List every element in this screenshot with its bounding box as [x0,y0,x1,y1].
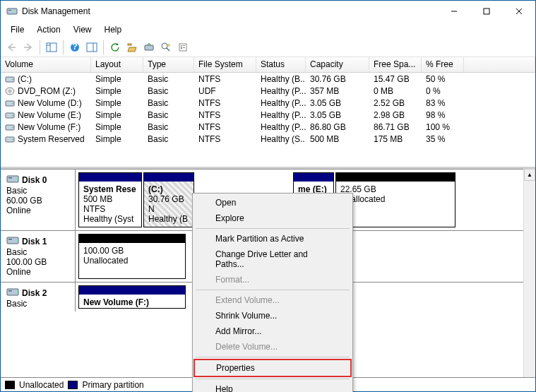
disk-info[interactable]: Disk 0Basic60.00 GBOnline [1,170,76,230]
drive-icon [5,87,15,95]
disk-name: Disk 2 [22,288,47,298]
partition[interactable]: 22.65 GBUnallocated [335,172,455,227]
volume-row[interactable]: (C:)SimpleBasicNTFSHealthy (B...30.76 GB… [1,73,535,85]
list-header: Volume Layout Type File System Status Ca… [1,57,535,73]
ctx-change-letter[interactable]: Change Drive Letter and Paths... [194,247,351,272]
scroll-up-button[interactable]: ▲ [524,169,535,181]
disk-size: 60.00 GB [6,196,69,206]
ctx-delete[interactable]: Delete Volume... [194,339,351,355]
svg-rect-7 [47,43,56,52]
volume-name: DVD_ROM (Z:) [18,86,76,96]
col-capacity[interactable]: Capacity [306,57,369,72]
ctx-shrink[interactable]: Shrink Volume... [194,308,351,323]
svg-rect-22 [183,45,185,46]
disk-type: Basic [6,299,69,309]
legend-swatch-unallocated [5,381,15,389]
partition-line2: 30.76 GB N [148,194,189,214]
col-pctfree[interactable]: % Free [422,57,464,72]
svg-text:?: ? [72,42,77,52]
drive-icon [5,99,15,107]
volume-name: (C:) [18,74,32,84]
toolbar: ? [1,37,535,57]
col-free[interactable]: Free Spa... [369,57,422,72]
ctx-format[interactable]: Format... [194,272,351,287]
context-menu: Open Explore Mark Partition as Active Ch… [192,193,353,392]
volume-row[interactable]: New Volume (D:)SimpleBasicNTFSHealthy (P… [1,97,535,109]
partition[interactable]: System Rese500 MB NTFSHealthy (Syst [78,172,142,227]
ctx-extend[interactable]: Extend Volume... [194,292,351,308]
drive-icon [5,75,15,83]
find-icon[interactable] [158,40,174,55]
maximize-button[interactable] [470,1,503,22]
settings-icon[interactable] [141,40,157,55]
forward-button[interactable] [20,40,36,55]
col-type[interactable]: Type [143,57,194,72]
disk-size: 100.00 GB [6,257,69,267]
properties-icon[interactable] [175,40,191,55]
svg-line-17 [167,48,169,51]
window-title: Disk Management [22,6,438,16]
svg-point-41 [16,240,17,242]
volume-row[interactable]: System ReservedSimpleBasicNTFSHealthy (S… [1,133,535,145]
partition[interactable]: (C:)30.76 GB NHealthy (B [143,172,194,227]
drive-icon [5,111,15,119]
svg-rect-43 [8,290,12,292]
partition-line3: Healthy (B [148,214,189,224]
svg-rect-40 [8,239,12,240]
disk-info[interactable]: Disk 2Basic [1,283,76,311]
back-button[interactable] [4,40,19,55]
partition-title: System Rese [83,184,137,194]
titlebar: Disk Management [1,1,535,22]
volume-name: System Reserved [18,134,85,144]
disk-icon [6,235,19,247]
scrollbar[interactable]: ▲ [523,169,535,377]
ctx-mark-active[interactable]: Mark Partition as Active [194,231,351,247]
svg-point-27 [9,90,11,91]
disk-info[interactable]: Disk 1Basic100.00 GBOnline [1,231,76,282]
volume-row[interactable]: New Volume (E:)SimpleBasicNTFSHealthy (P… [1,109,535,121]
show-hide-action-pane-button[interactable] [84,40,100,55]
partition[interactable]: New Volume (F:) [78,285,186,309]
show-hide-console-tree-button[interactable] [44,40,59,55]
svg-point-2 [14,11,16,12]
partition-line2: 100.00 GB [83,246,181,256]
volume-name: New Volume (F:) [18,122,81,132]
volume-name: New Volume (D:) [18,98,82,108]
ctx-add-mirror[interactable]: Add Mirror... [194,323,351,339]
menu-file[interactable]: File [5,23,30,36]
col-status[interactable]: Status [256,57,306,72]
ctx-explore[interactable]: Explore [194,210,351,226]
partition-line2: 22.65 GB [340,184,451,194]
ctx-open[interactable]: Open [194,195,351,210]
svg-point-44 [16,292,17,293]
refresh-button[interactable] [107,40,123,55]
volume-row[interactable]: New Volume (F:)SimpleBasicNTFSHealthy (P… [1,121,535,133]
disk-status: Online [6,206,69,215]
col-layout[interactable]: Layout [91,57,143,72]
ctx-properties[interactable]: Properties [193,359,352,377]
minimize-button[interactable] [438,1,470,22]
ctx-help[interactable]: Help [194,381,351,392]
svg-rect-1 [8,10,11,11]
volume-list: Volume Layout Type File System Status Ca… [1,57,535,169]
rescan-disks-icon[interactable] [124,40,140,55]
menu-view[interactable]: View [68,23,97,36]
partition-title: New Volume (F:) [83,297,181,307]
col-volume[interactable]: Volume [1,57,91,72]
svg-rect-4 [484,8,489,14]
partition-line2: 500 MB NTFS [83,194,137,214]
menu-help[interactable]: Help [99,23,128,36]
drive-icon [5,123,15,131]
svg-rect-15 [145,45,153,50]
svg-rect-14 [128,44,131,45]
disk-name: Disk 0 [22,175,47,185]
close-button[interactable] [503,1,535,22]
menu-action[interactable]: Action [31,23,66,36]
partition[interactable]: 100.00 GBUnallocated [78,234,186,279]
volume-row[interactable]: DVD_ROM (Z:)SimpleBasicUDFHealthy (P...3… [1,85,535,97]
col-fs[interactable]: File System [194,57,256,72]
svg-point-33 [12,126,13,128]
help-button[interactable]: ? [67,40,83,55]
disk-icon [6,174,19,186]
svg-rect-23 [183,47,185,48]
